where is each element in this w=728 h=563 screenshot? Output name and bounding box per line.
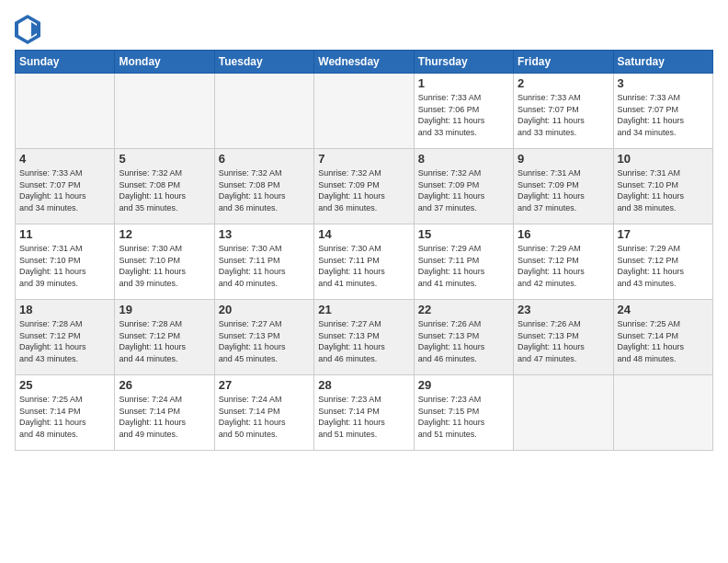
calendar-cell: 9Sunrise: 7:31 AMSunset: 7:09 PMDaylight… [514, 149, 613, 224]
calendar-cell: 10Sunrise: 7:31 AMSunset: 7:10 PMDayligh… [613, 149, 712, 224]
calendar-cell: 6Sunrise: 7:32 AMSunset: 7:08 PMDaylight… [214, 149, 313, 224]
day-number: 24 [618, 303, 709, 316]
day-number: 20 [219, 303, 310, 316]
day-number: 4 [19, 152, 110, 166]
day-number: 7 [318, 152, 409, 166]
calendar-cell: 2Sunrise: 7:33 AMSunset: 7:07 PMDaylight… [514, 74, 613, 149]
calendar-cell: 20Sunrise: 7:27 AMSunset: 7:13 PMDayligh… [214, 300, 313, 375]
calendar-cell [214, 74, 313, 149]
day-number: 2 [518, 76, 609, 90]
calendar-cell: 7Sunrise: 7:32 AMSunset: 7:09 PMDaylight… [314, 149, 414, 224]
day-info: Sunrise: 7:30 AMSunset: 7:11 PMDaylight:… [219, 243, 310, 289]
calendar-header-saturday: Saturday [613, 51, 712, 74]
day-number: 29 [418, 378, 509, 392]
calendar-cell: 15Sunrise: 7:29 AMSunset: 7:11 PMDayligh… [414, 224, 513, 300]
day-info: Sunrise: 7:30 AMSunset: 7:10 PMDaylight:… [119, 243, 210, 289]
calendar-cell: 1Sunrise: 7:33 AMSunset: 7:06 PMDaylight… [414, 74, 513, 149]
calendar-cell: 24Sunrise: 7:25 AMSunset: 7:14 PMDayligh… [613, 300, 712, 375]
day-info: Sunrise: 7:24 AMSunset: 7:14 PMDaylight:… [219, 394, 310, 440]
day-number: 18 [19, 303, 110, 316]
day-number: 1 [418, 76, 509, 90]
calendar-cell: 27Sunrise: 7:24 AMSunset: 7:14 PMDayligh… [214, 375, 313, 451]
day-number: 26 [119, 378, 210, 392]
calendar-cell: 22Sunrise: 7:26 AMSunset: 7:13 PMDayligh… [414, 300, 513, 375]
day-info: Sunrise: 7:30 AMSunset: 7:11 PMDaylight:… [318, 243, 409, 289]
day-info: Sunrise: 7:28 AMSunset: 7:12 PMDaylight:… [19, 318, 110, 364]
calendar-cell [115, 74, 214, 149]
day-info: Sunrise: 7:28 AMSunset: 7:12 PMDaylight:… [119, 318, 210, 364]
calendar-cell: 8Sunrise: 7:32 AMSunset: 7:09 PMDaylight… [414, 149, 513, 224]
day-info: Sunrise: 7:33 AMSunset: 7:07 PMDaylight:… [618, 92, 709, 138]
calendar: SundayMondayTuesdayWednesdayThursdayFrid… [15, 50, 713, 451]
calendar-cell: 18Sunrise: 7:28 AMSunset: 7:12 PMDayligh… [16, 300, 115, 375]
logo-icon [15, 15, 37, 40]
calendar-cell: 16Sunrise: 7:29 AMSunset: 7:12 PMDayligh… [514, 224, 613, 300]
day-info: Sunrise: 7:29 AMSunset: 7:12 PMDaylight:… [618, 243, 709, 289]
calendar-cell: 21Sunrise: 7:27 AMSunset: 7:13 PMDayligh… [314, 300, 414, 375]
calendar-header-sunday: Sunday [16, 51, 115, 74]
day-number: 22 [418, 303, 509, 316]
day-info: Sunrise: 7:33 AMSunset: 7:07 PMDaylight:… [518, 92, 609, 138]
day-number: 15 [418, 227, 509, 241]
day-number: 6 [219, 152, 310, 166]
calendar-cell [613, 375, 712, 451]
day-number: 12 [119, 227, 210, 241]
calendar-week-5: 25Sunrise: 7:25 AMSunset: 7:14 PMDayligh… [16, 375, 713, 451]
calendar-cell: 3Sunrise: 7:33 AMSunset: 7:07 PMDaylight… [613, 74, 712, 149]
day-info: Sunrise: 7:32 AMSunset: 7:09 PMDaylight:… [318, 167, 409, 213]
calendar-cell: 13Sunrise: 7:30 AMSunset: 7:11 PMDayligh… [214, 224, 313, 300]
day-info: Sunrise: 7:31 AMSunset: 7:10 PMDaylight:… [19, 243, 110, 289]
calendar-header-row: SundayMondayTuesdayWednesdayThursdayFrid… [16, 51, 713, 74]
day-info: Sunrise: 7:26 AMSunset: 7:13 PMDaylight:… [518, 318, 609, 364]
calendar-cell: 4Sunrise: 7:33 AMSunset: 7:07 PMDaylight… [16, 149, 115, 224]
page: SundayMondayTuesdayWednesdayThursdayFrid… [0, 0, 728, 563]
day-number: 10 [618, 152, 709, 166]
day-number: 25 [19, 378, 110, 392]
calendar-cell: 14Sunrise: 7:30 AMSunset: 7:11 PMDayligh… [314, 224, 414, 300]
calendar-week-4: 18Sunrise: 7:28 AMSunset: 7:12 PMDayligh… [16, 300, 713, 375]
day-number: 11 [19, 227, 110, 241]
day-info: Sunrise: 7:32 AMSunset: 7:08 PMDaylight:… [219, 167, 310, 213]
calendar-cell: 28Sunrise: 7:23 AMSunset: 7:14 PMDayligh… [314, 375, 414, 451]
day-info: Sunrise: 7:29 AMSunset: 7:12 PMDaylight:… [518, 243, 609, 289]
day-info: Sunrise: 7:25 AMSunset: 7:14 PMDaylight:… [19, 394, 110, 440]
day-number: 14 [318, 227, 409, 241]
day-info: Sunrise: 7:33 AMSunset: 7:06 PMDaylight:… [418, 92, 509, 138]
day-info: Sunrise: 7:25 AMSunset: 7:14 PMDaylight:… [618, 318, 709, 364]
day-info: Sunrise: 7:27 AMSunset: 7:13 PMDaylight:… [219, 318, 310, 364]
calendar-cell: 26Sunrise: 7:24 AMSunset: 7:14 PMDayligh… [115, 375, 214, 451]
day-number: 3 [618, 76, 709, 90]
calendar-cell: 11Sunrise: 7:31 AMSunset: 7:10 PMDayligh… [16, 224, 115, 300]
day-info: Sunrise: 7:31 AMSunset: 7:09 PMDaylight:… [518, 167, 609, 213]
calendar-cell: 23Sunrise: 7:26 AMSunset: 7:13 PMDayligh… [514, 300, 613, 375]
calendar-week-3: 11Sunrise: 7:31 AMSunset: 7:10 PMDayligh… [16, 224, 713, 300]
calendar-cell [16, 74, 115, 149]
day-info: Sunrise: 7:27 AMSunset: 7:13 PMDaylight:… [318, 318, 409, 364]
calendar-week-2: 4Sunrise: 7:33 AMSunset: 7:07 PMDaylight… [16, 149, 713, 224]
calendar-cell: 19Sunrise: 7:28 AMSunset: 7:12 PMDayligh… [115, 300, 214, 375]
calendar-cell: 29Sunrise: 7:23 AMSunset: 7:15 PMDayligh… [414, 375, 513, 451]
calendar-cell: 25Sunrise: 7:25 AMSunset: 7:14 PMDayligh… [16, 375, 115, 451]
calendar-cell: 5Sunrise: 7:32 AMSunset: 7:08 PMDaylight… [115, 149, 214, 224]
day-info: Sunrise: 7:24 AMSunset: 7:14 PMDaylight:… [119, 394, 210, 440]
logo [15, 15, 40, 40]
calendar-header-wednesday: Wednesday [314, 51, 414, 74]
day-info: Sunrise: 7:26 AMSunset: 7:13 PMDaylight:… [418, 318, 509, 364]
day-number: 16 [518, 227, 609, 241]
day-info: Sunrise: 7:23 AMSunset: 7:15 PMDaylight:… [418, 394, 509, 440]
calendar-cell: 17Sunrise: 7:29 AMSunset: 7:12 PMDayligh… [613, 224, 712, 300]
calendar-header-thursday: Thursday [414, 51, 513, 74]
day-number: 21 [318, 303, 409, 316]
calendar-cell: 12Sunrise: 7:30 AMSunset: 7:10 PMDayligh… [115, 224, 214, 300]
day-number: 9 [518, 152, 609, 166]
day-number: 27 [219, 378, 310, 392]
calendar-header-friday: Friday [514, 51, 613, 74]
day-info: Sunrise: 7:32 AMSunset: 7:08 PMDaylight:… [119, 167, 210, 213]
day-number: 19 [119, 303, 210, 316]
day-number: 13 [219, 227, 310, 241]
day-info: Sunrise: 7:32 AMSunset: 7:09 PMDaylight:… [418, 167, 509, 213]
day-number: 8 [418, 152, 509, 166]
day-info: Sunrise: 7:29 AMSunset: 7:11 PMDaylight:… [418, 243, 509, 289]
day-number: 5 [119, 152, 210, 166]
day-info: Sunrise: 7:23 AMSunset: 7:14 PMDaylight:… [318, 394, 409, 440]
